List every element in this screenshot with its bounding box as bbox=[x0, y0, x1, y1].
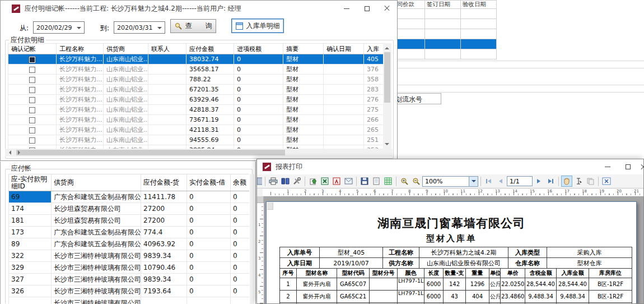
table-cell[interactable]: 采购入库 bbox=[547, 247, 632, 258]
column-header[interactable]: 入库金额 bbox=[557, 269, 589, 278]
table-cell[interactable] bbox=[370, 291, 398, 303]
table-cell[interactable]: 265 bbox=[364, 125, 384, 135]
table-cell[interactable]: 173 bbox=[9, 227, 52, 238]
table-cell[interactable]: 山东南山铝业... bbox=[104, 105, 148, 115]
table-cell[interactable] bbox=[589, 303, 632, 304]
table-row[interactable]: 入库日期2019/10/07供方名称山东南山铝业股份有限公司仓库名称型材仓库 bbox=[280, 258, 632, 269]
table-cell[interactable]: 型材 bbox=[283, 125, 324, 135]
table-cell[interactable]: 28,544.40 bbox=[557, 278, 589, 291]
scrollbar-thumb[interactable] bbox=[384, 52, 390, 103]
table-cell[interactable]: 型材 bbox=[283, 75, 324, 85]
table-cell[interactable]: 0 bbox=[234, 95, 283, 105]
table-cell[interactable]: LH797-1LL bbox=[398, 291, 424, 303]
table-cell[interactable]: 22.0250 bbox=[501, 278, 525, 291]
export-icon[interactable] bbox=[307, 176, 319, 187]
table-cell[interactable]: 376 bbox=[364, 65, 384, 75]
titlebar[interactable]: 应付明细记帐------当前工程: 长沙万科魅力之城4.2期------当前用户… bbox=[1, 1, 397, 16]
table-cell[interactable]: GA65C07 bbox=[337, 278, 370, 291]
table-cell[interactable]: 山东南山铝业... bbox=[104, 135, 148, 145]
table-cell[interactable]: 型材仓库 bbox=[547, 258, 632, 269]
column-header[interactable]: 余额 bbox=[231, 174, 250, 191]
maximize-button[interactable] bbox=[357, 2, 377, 15]
table-cell[interactable]: 0 bbox=[187, 262, 231, 274]
copy-icon[interactable] bbox=[585, 176, 596, 187]
table-cell[interactable]: 27200 bbox=[141, 215, 187, 227]
table-cell[interactable] bbox=[425, 9, 461, 19]
table-cell[interactable]: 长沙万科魅力... bbox=[57, 95, 104, 105]
page-icon[interactable] bbox=[371, 176, 382, 187]
table-cell[interactable] bbox=[148, 115, 186, 125]
table-cell[interactable] bbox=[525, 303, 557, 304]
table-row[interactable] bbox=[389, 9, 497, 19]
table-cell[interactable]: 0 bbox=[234, 75, 283, 85]
table-cell[interactable] bbox=[8, 85, 57, 95]
table-cell[interactable]: 山东南山铝业... bbox=[104, 75, 148, 85]
print-icon[interactable] bbox=[268, 176, 279, 187]
table-cell[interactable]: 0 bbox=[231, 285, 250, 297]
table-cell[interactable]: 9,488.34 bbox=[525, 291, 557, 303]
table-cell[interactable]: 供方名称 bbox=[383, 258, 419, 269]
page-nav-box[interactable]: 1/1 bbox=[507, 176, 533, 186]
column-header[interactable]: 颜色 bbox=[398, 269, 424, 278]
table-cell[interactable] bbox=[424, 303, 444, 304]
table-cell[interactable] bbox=[148, 54, 186, 65]
table-cell[interactable]: 工程名称 bbox=[383, 247, 419, 258]
column-header[interactable]: 数量-支 bbox=[444, 269, 466, 278]
row-checkbox[interactable] bbox=[29, 107, 35, 113]
table-cell[interactable]: B区-1R2F bbox=[589, 278, 632, 291]
table-cell[interactable]: 142 bbox=[444, 278, 466, 291]
table-row[interactable]: 长沙万科魅力...山东南山铝业...38032.740型材405 bbox=[8, 54, 384, 65]
table-cell[interactable] bbox=[148, 135, 186, 145]
table-cell[interactable]: 长沙万科魅力... bbox=[57, 85, 104, 95]
horizontal-scrollbar[interactable] bbox=[5, 149, 393, 156]
table-cell[interactable]: 69 bbox=[9, 191, 52, 203]
table-cell[interactable]: 长沙坦森贸易有限公司 bbox=[52, 215, 141, 227]
column-header[interactable]: 实付金额-借 bbox=[187, 174, 231, 191]
table-cell[interactable] bbox=[425, 19, 461, 29]
table-cell[interactable] bbox=[324, 65, 364, 75]
table-cell[interactable]: 28,544.40 bbox=[525, 278, 557, 291]
table-cell[interactable] bbox=[398, 303, 424, 304]
table-cell[interactable] bbox=[141, 297, 187, 304]
column-header[interactable]: 应付金额 bbox=[186, 44, 234, 54]
table-cell[interactable]: 广东合和建筑五金制品有限公司 bbox=[52, 238, 141, 250]
table-cell[interactable]: 11411.78 bbox=[141, 191, 187, 203]
table-cell[interactable] bbox=[461, 29, 497, 39]
table-cell[interactable]: 0 bbox=[234, 125, 283, 135]
table-cell[interactable] bbox=[324, 115, 364, 125]
column-header[interactable]: 型材代码 bbox=[337, 269, 370, 278]
table-cell[interactable]: 型材 bbox=[283, 115, 324, 125]
table-cell[interactable] bbox=[370, 278, 398, 291]
table-cell[interactable]: 89 bbox=[9, 238, 52, 250]
table-cell[interactable] bbox=[8, 65, 57, 75]
table-cell[interactable]: 长沙万科魅力... bbox=[57, 135, 104, 145]
table-cell[interactable] bbox=[280, 303, 297, 304]
table-cell[interactable] bbox=[466, 303, 489, 304]
table-row[interactable]: 长沙万科魅力...山东南山铝业...42818.370型材275 bbox=[8, 105, 384, 115]
table-cell[interactable]: 27200 bbox=[141, 203, 187, 215]
vertical-scrollbar[interactable] bbox=[250, 174, 254, 304]
table-cell[interactable] bbox=[324, 85, 364, 95]
table-cell[interactable]: 322 bbox=[9, 250, 52, 262]
table-cell[interactable]: 入库日期 bbox=[280, 258, 320, 269]
column-header[interactable]: 长度 bbox=[424, 269, 444, 278]
column-header[interactable]: 验收日期 bbox=[461, 1, 497, 9]
column-header[interactable]: 签订日期 bbox=[425, 1, 461, 9]
row-checkbox[interactable] bbox=[29, 127, 35, 133]
table-cell[interactable]: 174 bbox=[9, 203, 52, 215]
chevron-down-icon[interactable] bbox=[469, 177, 478, 186]
column-header[interactable]: 摘要 bbox=[283, 44, 324, 54]
table-row[interactable]: 长沙市三湘特种玻璃有限公司 bbox=[9, 297, 250, 304]
close-button[interactable] bbox=[638, 161, 644, 173]
table-cell[interactable]: 0 bbox=[234, 135, 283, 145]
table-cell[interactable]: 长沙市三湘特种玻璃有限公司 bbox=[52, 262, 141, 274]
table-cell[interactable]: 326 bbox=[9, 285, 52, 297]
table-cell[interactable]: 0 bbox=[231, 203, 250, 215]
table-cell[interactable]: 山东南山铝业... bbox=[104, 54, 148, 65]
table-cell[interactable]: 型材 bbox=[283, 105, 324, 115]
last-page-icon[interactable] bbox=[545, 176, 556, 187]
scroll-right-icon[interactable] bbox=[18, 150, 370, 155]
table-cell[interactable]: 1 bbox=[280, 278, 297, 291]
table-cell[interactable]: 9,488.34 bbox=[557, 291, 589, 303]
table-row[interactable] bbox=[389, 49, 497, 59]
